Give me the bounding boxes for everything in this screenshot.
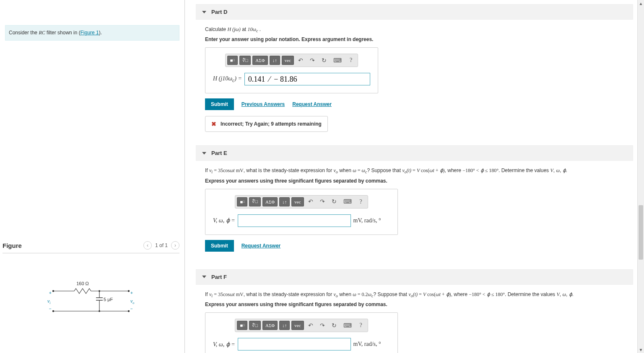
scroll-down-icon[interactable]: ▼ (638, 346, 644, 353)
reset-button[interactable]: ↻ (329, 321, 339, 330)
svg-point-2 (52, 290, 54, 292)
caret-down-icon (202, 152, 206, 155)
figure-prev-button[interactable]: ‹ (143, 241, 152, 250)
arrows-button[interactable]: ↓↑ (270, 56, 280, 65)
request-answer-link[interactable]: Request Answer (292, 101, 332, 107)
svg-point-10 (128, 310, 130, 312)
incorrect-icon: ✖ (211, 121, 216, 127)
answer-toolbar: ■□ ∜□ ΑΣΦ ↓↑ vec ↶ ↷ ↻ ⌨ ? (235, 319, 368, 332)
part-d-instruction: Enter your answer using polar notation. … (205, 36, 624, 42)
part-d: Part D Calculate H (jω) at 10ωc . Enter … (196, 4, 633, 138)
svg-point-9 (52, 310, 54, 312)
part-d-answer-box: ■□ ∜□ ΑΣΦ ↓↑ vec ↶ ↷ ↻ ⌨ ? H (j10ω (205, 47, 378, 93)
keyboard-button[interactable]: ⌨ (341, 197, 354, 206)
svg-text:−: − (49, 307, 52, 311)
vec-button[interactable]: vec (282, 56, 294, 65)
part-f-header[interactable]: Part F (196, 269, 633, 285)
reset-button[interactable]: ↻ (319, 56, 329, 65)
part-f-units: mV, rad/s, ° (353, 341, 381, 348)
part-f-title: Part F (211, 274, 227, 280)
figure-header: Figure ‹ 1 of 1 › (3, 238, 179, 253)
undo-button[interactable]: ↶ (306, 197, 316, 206)
caret-down-icon (202, 276, 206, 278)
part-d-title: Part D (211, 9, 227, 15)
left-panel: Consider the RC filter shown in (Figure … (0, 0, 185, 353)
figure-panel: Figure ‹ 1 of 1 › (0, 238, 184, 353)
capacitor-label: 5 μF (104, 297, 113, 302)
greek-button[interactable]: ΑΣΦ (252, 56, 267, 65)
svg-point-3 (128, 290, 130, 292)
svg-point-11 (99, 290, 100, 292)
part-e-prompt: If vi = 35cosωt mV, what is the steady-s… (205, 167, 624, 175)
svg-text:vo: vo (130, 298, 134, 305)
svg-text:+: + (130, 291, 133, 295)
resistor-label: 160 Ω (76, 281, 89, 286)
help-button[interactable]: ? (356, 197, 366, 206)
template-button[interactable]: ■□ (237, 197, 247, 206)
problem-text-suffix: ). (99, 30, 102, 36)
scroll-up-icon[interactable]: ▲ (638, 0, 644, 7)
part-e-header[interactable]: Part E (196, 145, 633, 161)
problem-text-prefix: Consider the (9, 30, 39, 36)
part-e-actions: Submit Request Answer (205, 240, 624, 252)
problem-statement: Consider the RC filter shown in (Figure … (5, 25, 179, 41)
part-e-title: Part E (211, 150, 227, 156)
part-d-actions: Submit Previous Answers Request Answer (205, 98, 624, 110)
figure-link[interactable]: Figure 1 (80, 30, 99, 36)
part-f-instruction: Express your answers using three signifi… (205, 301, 624, 307)
part-e-instruction: Express your answers using three signifi… (205, 178, 624, 184)
keyboard-button[interactable]: ⌨ (341, 321, 354, 330)
part-e-answer-box: ■□ ∜□ ΑΣΦ ↓↑ vec ↶ ↷ ↻ ⌨ ? V, ω, ϕ (205, 189, 398, 235)
keyboard-button[interactable]: ⌨ (331, 56, 344, 65)
part-d-feedback: ✖ Incorrect; Try Again; 9 attempts remai… (205, 116, 328, 132)
redo-button[interactable]: ↷ (317, 321, 327, 330)
part-f-answer-input[interactable] (238, 338, 351, 350)
part-d-answer-input[interactable] (244, 73, 370, 85)
part-f-answer-box: ■□ ∜□ ΑΣΦ ↓↑ vec ↶ ↷ ↻ ⌨ ? V, ω, ϕ (205, 312, 398, 353)
greek-button[interactable]: ΑΣΦ (262, 197, 278, 206)
caret-down-icon (202, 11, 206, 13)
feedback-text: Incorrect; Try Again; 9 attempts remaini… (221, 121, 322, 127)
redo-button[interactable]: ↷ (307, 56, 317, 65)
sqrt-button[interactable]: ∜□ (249, 197, 261, 206)
redo-button[interactable]: ↷ (317, 197, 327, 206)
figure-pager-text: 1 of 1 (155, 242, 168, 248)
reset-button[interactable]: ↻ (329, 197, 339, 206)
figure-next-button[interactable]: › (171, 241, 179, 250)
part-f-prompt: If vi = 35cosωt mV, what is the steady-s… (205, 291, 624, 299)
svg-text:vi: vi (47, 298, 51, 305)
template-button[interactable]: ■□ (237, 321, 247, 330)
sqrt-button[interactable]: ∜□ (249, 321, 261, 330)
arrows-button[interactable]: ↓↑ (279, 197, 290, 206)
undo-button[interactable]: ↶ (306, 321, 316, 330)
vec-button[interactable]: vec (291, 321, 304, 330)
figure-body[interactable]: 160 Ω 5 μF + vi − + vo − (3, 253, 179, 350)
part-d-header[interactable]: Part D (196, 4, 633, 20)
scroll-thumb[interactable] (639, 205, 643, 260)
part-f: Part F If vi = 35cosωt mV, what is the s… (196, 269, 633, 353)
sqrt-button[interactable]: ∜□ (239, 56, 251, 65)
part-e: Part E If vi = 35cosωt mV, what is the s… (196, 145, 633, 261)
help-button[interactable]: ? (346, 56, 356, 65)
submit-button[interactable]: Submit (205, 98, 234, 110)
problem-rc: RC (39, 30, 45, 36)
greek-button[interactable]: ΑΣΦ (262, 321, 278, 330)
submit-button[interactable]: Submit (205, 240, 234, 252)
part-d-answer-label: H (j10ωc) = (213, 75, 242, 83)
undo-button[interactable]: ↶ (296, 56, 306, 65)
svg-point-12 (99, 310, 100, 312)
part-e-answer-input[interactable] (238, 214, 351, 227)
circuit-diagram: 160 Ω 5 μF + vi − + vo − (45, 278, 137, 320)
request-answer-link[interactable]: Request Answer (242, 243, 281, 249)
vec-button[interactable]: vec (291, 197, 304, 206)
part-e-units: mV, rad/s, ° (353, 217, 381, 224)
right-scrollbar[interactable]: ▲ ▼ (637, 0, 644, 353)
template-button[interactable]: ■□ (227, 56, 238, 65)
answer-toolbar: ■□ ∜□ ΑΣΦ ↓↑ vec ↶ ↷ ↻ ⌨ ? (235, 195, 368, 209)
arrows-button[interactable]: ↓↑ (279, 321, 290, 330)
previous-answers-link[interactable]: Previous Answers (242, 101, 285, 107)
part-d-prompt: Calculate H (jω) at 10ωc . (205, 26, 624, 34)
svg-text:−: − (130, 307, 133, 311)
help-button[interactable]: ? (356, 321, 366, 330)
figure-pager: ‹ 1 of 1 › (143, 241, 179, 250)
